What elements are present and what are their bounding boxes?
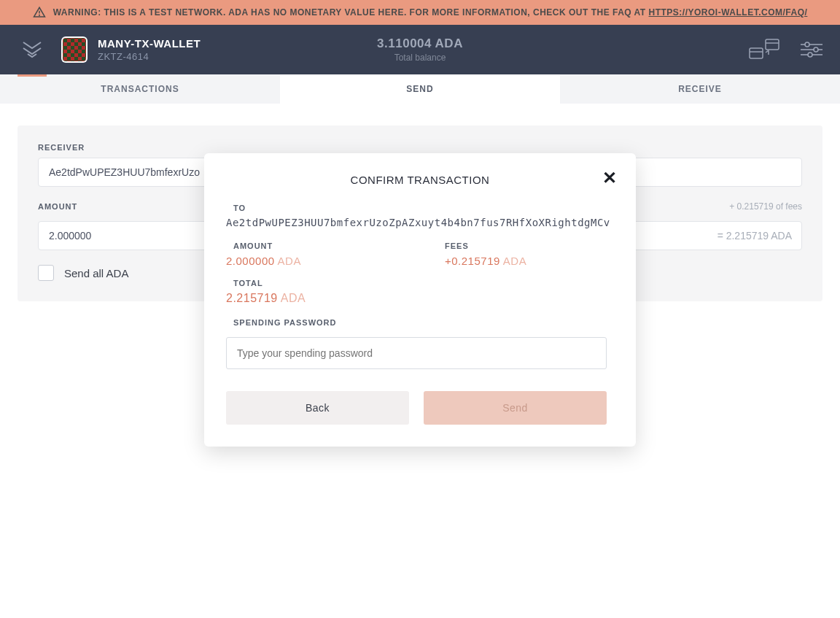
back-button[interactable]: Back [226, 391, 409, 425]
confirm-amount-currency: ADA [278, 255, 301, 267]
app-header: MANY-TX-WALLET ZKTZ-4614 3.110004 ADA To… [0, 25, 840, 74]
confirm-total-label: TOTAL [233, 279, 607, 287]
total-balance-label: Total balance [377, 53, 463, 63]
send-all-checkbox[interactable] [38, 265, 54, 281]
wallet-tabs: TRANSACTIONS SEND RECEIVE [0, 74, 840, 104]
confirm-amount-value: 2.000000 [226, 255, 275, 267]
to-address: Ae2tdPwUPEZ3HUU7bmfexrUzoZpAZxuyt4b4bn7f… [226, 217, 607, 228]
amount-total-display: = 2.215719 ADA [718, 230, 792, 242]
wallets-icon[interactable] [748, 38, 780, 61]
svg-point-7 [805, 42, 809, 47]
spending-password-input[interactable] [226, 337, 607, 369]
tab-receive[interactable]: RECEIVE [560, 74, 840, 104]
confirm-amount-label: AMOUNT [233, 242, 416, 250]
amount-label: AMOUNT [38, 202, 77, 211]
send-button[interactable]: Send [424, 391, 607, 425]
fees-hint: + 0.215719 of fees [729, 201, 802, 212]
receiver-label: RECEIVER [38, 143, 802, 152]
app-logo[interactable] [18, 35, 47, 64]
total-balance-value: 3.110004 ADA [377, 36, 463, 51]
warning-faq-link[interactable]: HTTPS://YOROI-WALLET.COM/FAQ/ [649, 7, 808, 18]
close-icon[interactable]: ✕ [602, 169, 617, 187]
svg-point-9 [814, 47, 818, 52]
warning-icon [33, 6, 46, 19]
confirm-total-value: 2.215719 [226, 292, 278, 304]
wallet-selector[interactable]: MANY-TX-WALLET ZKTZ-4614 [61, 36, 201, 63]
settings-icon[interactable] [801, 41, 822, 58]
tab-send[interactable]: SEND [280, 74, 560, 104]
confirm-fees-label: FEES [445, 242, 607, 250]
testnet-warning-banner: WARNING: THIS IS A TEST NETWORK. ADA HAS… [0, 0, 840, 25]
tab-transactions[interactable]: TRANSACTIONS [0, 74, 280, 104]
to-label: TO [233, 204, 607, 212]
confirm-total-currency: ADA [281, 292, 306, 304]
confirm-transaction-dialog: CONFIRM TRANSACTION ✕ TO Ae2tdPwUPEZ3HUU… [204, 153, 636, 447]
confirm-fees-value: +0.215719 [445, 255, 500, 267]
send-all-label: Send all ADA [64, 267, 128, 279]
wallet-name: MANY-TX-WALLET [98, 37, 201, 50]
wallet-avatar-icon [61, 36, 88, 63]
warning-text: WARNING: THIS IS A TEST NETWORK. ADA HAS… [53, 7, 649, 18]
dialog-title: CONFIRM TRANSACTION [226, 174, 614, 186]
svg-point-1 [39, 15, 39, 15]
confirm-fees-currency: ADA [503, 255, 526, 267]
svg-point-11 [808, 53, 812, 57]
svg-rect-2 [766, 39, 779, 50]
spending-password-label: SPENDING PASSWORD [233, 318, 607, 327]
wallet-id: ZKTZ-4614 [98, 51, 201, 62]
svg-rect-4 [750, 48, 763, 58]
